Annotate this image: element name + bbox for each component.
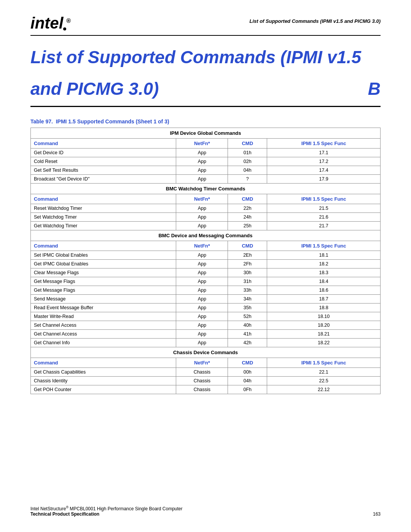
cell-cmd: 33h bbox=[228, 286, 267, 294]
section-header-row: BMC Device and Messaging Commands bbox=[31, 230, 381, 241]
cell-cmd: 01h bbox=[228, 148, 267, 157]
footer-left: Intel NetStructure® MPCBL0001 High Perfo… bbox=[30, 505, 183, 517]
cell-netfn: App bbox=[176, 174, 228, 183]
cell-netfn: Chassis bbox=[176, 385, 228, 394]
commands-table: IPM Device Global Commands Command NetFn… bbox=[30, 128, 381, 394]
table-row: Get Self Test Results App 04h 17.4 bbox=[31, 166, 381, 174]
cell-netfn: App bbox=[176, 268, 228, 277]
cell-spec: 18.10 bbox=[267, 312, 381, 321]
cell-command: Set Channel Access bbox=[31, 321, 176, 329]
cell-spec: 18.8 bbox=[267, 303, 381, 312]
cell-spec: 18.22 bbox=[267, 338, 381, 347]
logo-reg: ® bbox=[66, 18, 71, 24]
cell-cmd: 22h bbox=[228, 204, 267, 212]
cell-command: Get IPMC Global Enables bbox=[31, 259, 176, 268]
cell-cmd: 24h bbox=[228, 212, 267, 221]
cell-command: Chassis Identity bbox=[31, 376, 176, 385]
col-netfn-4: NetFn* bbox=[176, 358, 228, 367]
col-command-4: Command bbox=[31, 358, 176, 367]
cell-spec: 18.20 bbox=[267, 321, 381, 329]
logo-l: l bbox=[59, 14, 64, 32]
col-netfn-3: NetFn* bbox=[176, 241, 228, 251]
cell-cmd: 00h bbox=[228, 367, 267, 376]
cell-command: Get Chassis Capabilities bbox=[31, 367, 176, 376]
page-header: intel® List of Supported Commands (IPMI … bbox=[30, 15, 381, 31]
cell-spec: 21.7 bbox=[267, 221, 381, 230]
cell-netfn: Chassis bbox=[176, 367, 228, 376]
cell-cmd: 25h bbox=[228, 221, 267, 230]
table-number: Table 97. bbox=[30, 118, 53, 125]
table-row: Get Chassis Capabilities Chassis 00h 22.… bbox=[31, 367, 381, 376]
col-cmd-4: CMD bbox=[228, 358, 267, 367]
cell-command: Get Message Flags bbox=[31, 286, 176, 294]
ipm-global-section-header: IPM Device Global Commands bbox=[31, 128, 381, 138]
col-spec-4: IPMI 1.5 Spec Func bbox=[267, 358, 381, 367]
cell-spec: 22.1 bbox=[267, 367, 381, 376]
table-row: Cold Reset App 02h 17.2 bbox=[31, 157, 381, 166]
bmc-watchdog-section-header: BMC Watchdog Timer Commands bbox=[31, 183, 381, 194]
cell-netfn: App bbox=[176, 259, 228, 268]
table-description: IPMI 1.5 Supported Commands (Sheet 1 of … bbox=[56, 118, 169, 125]
col-cmd-1: CMD bbox=[228, 138, 267, 148]
cell-cmd: 35h bbox=[228, 303, 267, 312]
bmc-messaging-column-headers: Command NetFn* CMD IPMI 1.5 Spec Func bbox=[31, 241, 381, 251]
cell-spec: 18.3 bbox=[267, 268, 381, 277]
cell-netfn: Chassis bbox=[176, 376, 228, 385]
cell-netfn: App bbox=[176, 204, 228, 212]
cell-cmd: 31h bbox=[228, 277, 267, 286]
table-row: Reset Watchdog Timer App 22h 21.5 bbox=[31, 204, 381, 212]
cell-command: Read Event Message Buffer bbox=[31, 303, 176, 312]
table-row: Get Device ID App 01h 17.1 bbox=[31, 148, 381, 157]
cell-cmd: 02h bbox=[228, 157, 267, 166]
cell-command: Get Watchdog Timer bbox=[31, 221, 176, 230]
bmc-watchdog-column-headers: Command NetFn* CMD IPMI 1.5 Spec Func bbox=[31, 194, 381, 204]
cell-command: Get Message Flags bbox=[31, 277, 176, 286]
table-row: Get Message Flags App 33h 18.6 bbox=[31, 286, 381, 294]
cell-spec: 18.7 bbox=[267, 294, 381, 303]
table-row: Get POH Counter Chassis 0Fh 22.12 bbox=[31, 385, 381, 394]
cell-netfn: App bbox=[176, 221, 228, 230]
logo-el: e bbox=[50, 14, 59, 32]
cell-cmd: 34h bbox=[228, 294, 267, 303]
bmc-messaging-section-header: BMC Device and Messaging Commands bbox=[31, 230, 381, 241]
cell-spec: 22.12 bbox=[267, 385, 381, 394]
cell-cmd: 41h bbox=[228, 329, 267, 338]
cell-netfn: App bbox=[176, 277, 228, 286]
cell-netfn: App bbox=[176, 329, 228, 338]
table-row: Send Message App 34h 18.7 bbox=[31, 294, 381, 303]
col-netfn-2: NetFn* bbox=[176, 194, 228, 204]
section-header-row: IPM Device Global Commands bbox=[31, 128, 381, 138]
cell-command: Set IPMC Global Enables bbox=[31, 251, 176, 259]
cell-cmd: 42h bbox=[228, 338, 267, 347]
logo-text: int bbox=[30, 14, 50, 32]
cell-cmd: 2Fh bbox=[228, 259, 267, 268]
intel-logo: intel® bbox=[30, 15, 71, 31]
table-title: Table 97. IPMI 1.5 Supported Commands (S… bbox=[30, 118, 381, 125]
main-title-line2-block: and PICMG 3.0) B bbox=[30, 67, 381, 99]
logo-dot bbox=[63, 27, 66, 30]
cell-spec: 22.5 bbox=[267, 376, 381, 385]
main-title-block: List of Supported Commands (IPMI v1.5 an… bbox=[30, 47, 381, 99]
page: intel® List of Supported Commands (IPMI … bbox=[0, 0, 411, 532]
main-title-line1: List of Supported Commands (IPMI v1.5 bbox=[30, 47, 381, 67]
col-command-3: Command bbox=[31, 241, 176, 251]
cell-cmd: 04h bbox=[228, 166, 267, 174]
col-command-1: Command bbox=[31, 138, 176, 148]
chassis-section-header: Chassis Device Commands bbox=[31, 347, 381, 358]
cell-command: Get Self Test Results bbox=[31, 166, 176, 174]
cell-cmd: ? bbox=[228, 174, 267, 183]
section-header-row: BMC Watchdog Timer Commands bbox=[31, 183, 381, 194]
table-row: Master Write-Read App 52h 18.10 bbox=[31, 312, 381, 321]
cell-netfn: App bbox=[176, 251, 228, 259]
table-row: Set IPMC Global Enables App 2Eh 18.1 bbox=[31, 251, 381, 259]
col-cmd-2: CMD bbox=[228, 194, 267, 204]
col-cmd-3: CMD bbox=[228, 241, 267, 251]
cell-command: Master Write-Read bbox=[31, 312, 176, 321]
cell-cmd: 2Eh bbox=[228, 251, 267, 259]
cell-command: Reset Watchdog Timer bbox=[31, 204, 176, 212]
cell-netfn: App bbox=[176, 286, 228, 294]
main-title-line2: and PICMG 3.0) bbox=[30, 79, 159, 99]
cell-netfn: App bbox=[176, 212, 228, 221]
table-row: Get IPMC Global Enables App 2Fh 18.2 bbox=[31, 259, 381, 268]
cell-command: Send Message bbox=[31, 294, 176, 303]
